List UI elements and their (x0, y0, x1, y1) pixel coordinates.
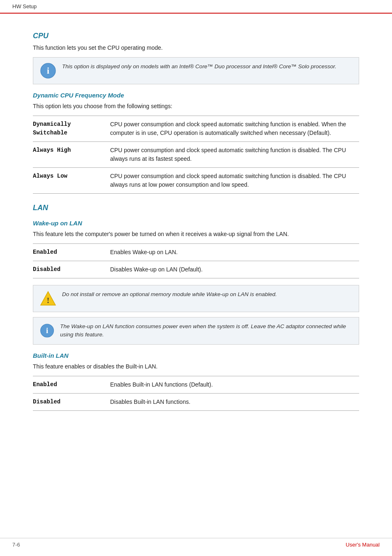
cpu-subsection-intro: This option lets you choose from the fol… (33, 102, 359, 111)
setting-key: Always High (33, 142, 107, 168)
header-title: HW Setup (12, 3, 37, 9)
setting-value: Disables Built-in LAN functions. (107, 393, 359, 410)
setting-value: CPU power consumption and clock speed au… (107, 142, 359, 168)
cpu-settings-table: Dynamically SwitchableCPU power consumpt… (33, 116, 359, 194)
top-bar: HW Setup (0, 0, 392, 14)
table-row: EnabledEnables Built-in LAN functions (D… (33, 376, 359, 393)
builtin-title: Built-in LAN (33, 352, 359, 359)
cpu-note-box: i This option is displayed only on model… (33, 57, 359, 84)
cpu-title: CPU (33, 32, 359, 40)
wakeup-warning-box: ! Do not install or remove an optional m… (33, 285, 359, 312)
wakeup-settings-table: EnabledEnables Wake-up on LAN.DisabledDi… (33, 243, 359, 278)
setting-value: Enables Built-in LAN functions (Default)… (107, 376, 359, 393)
svg-text:i: i (47, 65, 49, 76)
svg-text:i: i (46, 326, 48, 335)
cpu-section: CPU This function lets you set the CPU o… (33, 32, 359, 194)
table-row: DisabledDisables Wake-up on LAN (Default… (33, 261, 359, 278)
cpu-note-text: This option is displayed only on models … (62, 63, 337, 71)
table-row: Always HighCPU power consumption and clo… (33, 142, 359, 168)
table-row: Dynamically SwitchableCPU power consumpt… (33, 116, 359, 142)
cpu-intro: This function lets you set the CPU opera… (33, 44, 359, 52)
wakeup-warning-text: Do not install or remove an optional mem… (62, 290, 277, 299)
setting-value: Disables Wake-up on LAN (Default). (107, 261, 359, 278)
info-icon: i (40, 63, 56, 79)
svg-text:!: ! (47, 297, 49, 305)
footer-page: 7-6 (12, 542, 20, 548)
wakeup-info-box: i The Wake-up on LAN function consumes p… (33, 317, 359, 345)
builtin-intro: This feature enables or disables the Bui… (33, 362, 359, 371)
setting-value: CPU power consumption and clock speed au… (107, 168, 359, 194)
table-row: EnabledEnables Wake-up on LAN. (33, 244, 359, 261)
setting-value: CPU power consumption and clock speed au… (107, 116, 359, 142)
wakeup-info-text: The Wake-up on LAN function consumes pow… (60, 322, 352, 339)
setting-key: Disabled (33, 393, 107, 410)
page-container: HW Setup CPU This function lets you set … (0, 0, 392, 556)
setting-value: Enables Wake-up on LAN. (107, 244, 359, 261)
lan-title: LAN (33, 204, 359, 212)
footer: 7-6 User's Manual (0, 538, 392, 548)
main-content: CPU This function lets you set the CPU o… (0, 14, 392, 450)
setting-key: Always Low (33, 168, 107, 194)
warning-icon: ! (40, 290, 56, 307)
lan-section: LAN Wake-up on LAN This feature lets the… (33, 204, 359, 411)
setting-key: Disabled (33, 261, 107, 278)
cpu-subsection-title: Dynamic CPU Frequency Mode (33, 92, 359, 99)
wakeup-intro: This feature lets the computer's power b… (33, 230, 359, 239)
wakeup-title: Wake-up on LAN (33, 220, 359, 227)
info-icon-2: i (40, 322, 54, 339)
setting-key: Enabled (33, 376, 107, 393)
setting-key: Dynamically Switchable (33, 116, 107, 142)
table-row: Always LowCPU power consumption and cloc… (33, 168, 359, 194)
footer-manual: User's Manual (346, 542, 380, 548)
setting-key: Enabled (33, 244, 107, 261)
builtin-settings-table: EnabledEnables Built-in LAN functions (D… (33, 376, 359, 411)
table-row: DisabledDisables Built-in LAN functions. (33, 393, 359, 410)
